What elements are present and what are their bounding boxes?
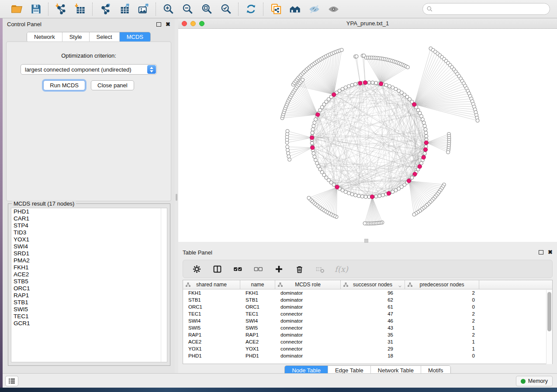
- mcds-result-item[interactable]: FKH1: [11, 264, 167, 271]
- delete-row-icon[interactable]: [294, 263, 305, 275]
- sort-desc-icon: [398, 283, 402, 289]
- table-row[interactable]: STB1STB1dominator620: [183, 296, 552, 303]
- add-row-icon[interactable]: [273, 263, 284, 275]
- memory-button-label: Memory: [528, 378, 548, 384]
- mcds-result-item[interactable]: RAP1: [11, 292, 167, 299]
- cell-predecessor-nodes: 2: [405, 331, 479, 338]
- criterion-select[interactable]: largest connected component (undirected): [21, 64, 157, 75]
- cell-successor-nodes: 47: [341, 310, 405, 317]
- mcds-result-item[interactable]: SWI4: [11, 243, 167, 250]
- cell-successor-nodes: 61: [341, 303, 405, 310]
- refresh-layout-icon[interactable]: [244, 2, 258, 16]
- mcds-tab-panel: Optimization criterion: largest connecte…: [6, 41, 171, 201]
- cell-predecessor-nodes: 1: [405, 324, 479, 331]
- cell-shared-name: ORC1: [183, 303, 240, 310]
- show-panels-list-button[interactable]: [5, 376, 18, 386]
- tab-network[interactable]: Network: [27, 32, 62, 42]
- mcds-result-item[interactable]: TID3: [11, 229, 167, 236]
- zoom-in-icon[interactable]: [161, 2, 175, 16]
- mcds-result-item[interactable]: ACE2: [11, 271, 167, 278]
- table-scrollbar-track[interactable]: [546, 290, 552, 364]
- status-bar: Memory: [3, 373, 557, 388]
- first-neighbors-icon[interactable]: [288, 2, 302, 16]
- column-header-predecessor-nodes[interactable]: predecessor nodes: [405, 280, 479, 289]
- clone-network-icon[interactable]: [269, 2, 283, 16]
- close-panel-button[interactable]: Close panel: [91, 80, 134, 90]
- close-table-panel-icon[interactable]: ✖: [548, 249, 553, 255]
- cell-name: SWI5: [240, 324, 275, 331]
- mcds-result-item[interactable]: STB1: [11, 299, 167, 306]
- export-image-icon[interactable]: [136, 2, 150, 16]
- mcds-result-list[interactable]: PHD1CAR1STP4TID3YOX1SWI4SRD1PMA2FKH1ACE2…: [11, 208, 167, 362]
- column-header-successor-nodes[interactable]: successor nodes: [341, 280, 405, 289]
- float-panel-icon[interactable]: [156, 22, 161, 27]
- mcds-result-item[interactable]: TEC1: [11, 313, 167, 320]
- mcds-result-item[interactable]: STB5: [11, 278, 167, 285]
- import-network-icon[interactable]: [54, 2, 68, 16]
- toolbar-group: [48, 2, 92, 16]
- hide-selected-icon[interactable]: [307, 2, 321, 16]
- float-table-panel-icon[interactable]: [539, 250, 543, 254]
- mcds-result-item[interactable]: CAR1: [11, 215, 167, 222]
- table-row[interactable]: FKH1FKH1dominator962: [183, 289, 552, 296]
- save-session-icon[interactable]: [29, 2, 43, 16]
- run-mcds-button[interactable]: Run MCDS: [43, 80, 85, 90]
- network-graph: [178, 29, 557, 242]
- main-toolbar: [0, 0, 557, 18]
- cell-predecessor-nodes: 2: [405, 317, 479, 324]
- network-canvas[interactable]: [178, 29, 557, 242]
- close-panel-icon[interactable]: ✖: [166, 21, 170, 27]
- horizontal-splitter-handle[interactable]: [364, 239, 368, 243]
- table-row[interactable]: ACE2ACE2connector311: [183, 338, 552, 345]
- column-header-name[interactable]: name: [240, 280, 275, 289]
- cell-mcds-role: connector: [275, 345, 341, 352]
- zoom-selected-icon[interactable]: [219, 2, 233, 16]
- vertical-splitter[interactable]: [175, 18, 178, 373]
- col-type-icon: [407, 282, 413, 289]
- export-network-icon[interactable]: [98, 2, 112, 16]
- import-table-icon[interactable]: [73, 2, 87, 16]
- tab-style[interactable]: Style: [62, 32, 90, 42]
- column-label: MCDS role: [295, 282, 321, 288]
- search-input[interactable]: [422, 3, 550, 15]
- zoom-fit-icon[interactable]: [200, 2, 214, 16]
- mcds-result-item[interactable]: GCR1: [11, 320, 167, 327]
- list-scrollbar-track[interactable]: [161, 208, 161, 362]
- table-row[interactable]: YOX1YOX1connector291: [183, 345, 552, 352]
- network-window-titlebar[interactable]: YPA_prune.txt_1: [178, 18, 557, 29]
- cell-mcds-role: dominator: [275, 352, 341, 359]
- mcds-result-item[interactable]: ORC1: [11, 285, 167, 292]
- table-row[interactable]: SWI4SWI4dominator462: [183, 317, 552, 324]
- column-label: name: [251, 282, 264, 288]
- table-row[interactable]: ORC1ORC1dominator610: [183, 303, 552, 310]
- table-row[interactable]: PHD1PHD1dominator180: [183, 352, 552, 359]
- cell-predecessor-nodes: 0: [405, 303, 479, 310]
- mcds-result-item[interactable]: YOX1: [11, 236, 167, 243]
- mcds-result-item[interactable]: STP4: [11, 222, 167, 229]
- splitter-handle[interactable]: [176, 194, 177, 201]
- function-builder-icon[interactable]: f(x): [335, 265, 348, 274]
- table-scrollbar-thumb[interactable]: [547, 292, 551, 331]
- show-all-icon[interactable]: [326, 2, 340, 16]
- zoom-out-icon[interactable]: [180, 2, 194, 16]
- cell-predecessor-nodes: 2: [405, 289, 479, 296]
- control-panel-title: Control Panel: [7, 21, 42, 28]
- column-header-shared-name[interactable]: shared name: [183, 280, 240, 289]
- select-all-icon[interactable]: [232, 263, 243, 275]
- gear-icon[interactable]: [191, 263, 202, 275]
- deselect-all-icon[interactable]: [253, 263, 264, 275]
- open-folder-icon[interactable]: [10, 2, 24, 16]
- mcds-result-item[interactable]: SWI5: [11, 306, 167, 313]
- export-table-icon[interactable]: [117, 2, 131, 16]
- mcds-result-item[interactable]: PHD1: [11, 208, 167, 215]
- table-row[interactable]: TEC1TEC1connector472: [183, 310, 552, 317]
- mcds-result-item[interactable]: SRD1: [11, 250, 167, 257]
- mcds-result-item[interactable]: PMA2: [11, 257, 167, 264]
- column-view-icon[interactable]: [211, 263, 223, 275]
- memory-button[interactable]: Memory: [516, 376, 553, 386]
- tab-select[interactable]: Select: [90, 32, 120, 42]
- tab-mcds[interactable]: MCDS: [120, 32, 150, 42]
- table-row[interactable]: RAP1RAP1dominator352: [183, 331, 552, 338]
- column-header-MCDS-role[interactable]: MCDS role: [275, 280, 341, 289]
- table-row[interactable]: SWI5SWI5connector431: [183, 324, 552, 331]
